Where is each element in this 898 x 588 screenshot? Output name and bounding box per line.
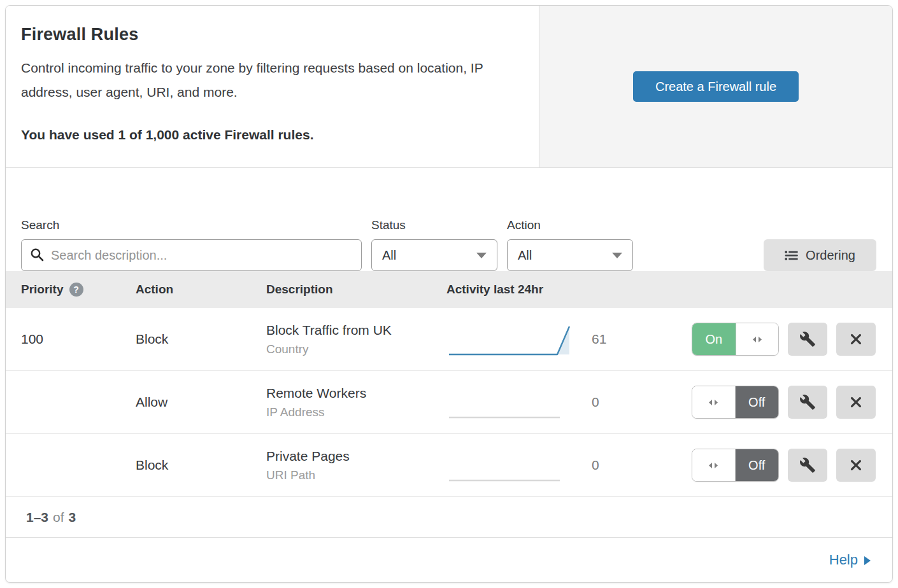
left-right-arrows-icon xyxy=(751,335,764,344)
pagination-total: 3 xyxy=(69,510,76,525)
rule-enabled-toggle[interactable]: Off xyxy=(692,449,779,482)
rule-controls: Off xyxy=(631,386,876,419)
firewall-rules-card: Firewall Rules Control incoming traffic … xyxy=(5,5,893,583)
delete-rule-button[interactable] xyxy=(836,386,876,419)
activity-sparkline xyxy=(446,447,574,483)
action-select[interactable]: All xyxy=(507,239,633,271)
rule-enabled-toggle[interactable]: Off xyxy=(692,386,779,419)
left-right-arrows-icon xyxy=(707,398,720,407)
description-header-label: Description xyxy=(266,283,333,297)
table-row: 100 Block Block Traffic from UK Country … xyxy=(6,308,892,371)
left-right-arrows-icon xyxy=(707,461,720,470)
search-icon xyxy=(30,248,45,262)
close-icon xyxy=(849,332,863,346)
search-field-group: Search xyxy=(21,218,362,271)
status-selected-value: All xyxy=(382,248,396,263)
rule-description-cell: Private Pages URI Path xyxy=(266,449,446,482)
search-input[interactable] xyxy=(21,239,362,271)
help-bar: Help xyxy=(6,538,892,582)
rule-controls: On xyxy=(631,323,876,356)
edit-rule-button[interactable] xyxy=(788,449,827,482)
usage-note: You have used 1 of 1,000 active Firewall… xyxy=(21,127,520,143)
page-header: Firewall Rules Control incoming traffic … xyxy=(6,6,892,168)
close-icon xyxy=(849,458,863,472)
ordering-button[interactable]: Ordering xyxy=(764,239,876,271)
column-header-description: Description xyxy=(266,283,446,297)
firewall-rules-page: Firewall Rules Control incoming traffic … xyxy=(0,0,898,588)
rule-action: Block xyxy=(136,332,266,347)
action-selected-value: All xyxy=(518,248,532,263)
column-header-priority: Priority ? xyxy=(21,283,136,297)
page-header-text: Firewall Rules Control incoming traffic … xyxy=(6,6,539,167)
pagination-of-label: of xyxy=(53,510,64,525)
rule-type: Country xyxy=(266,342,446,356)
page-description: Control incoming traffic to your zone by… xyxy=(21,56,505,104)
ordering-list-icon xyxy=(785,250,798,261)
rule-priority: 100 xyxy=(21,332,136,347)
activity-header-label: Activity last 24hr xyxy=(446,283,543,297)
priority-help-icon[interactable]: ? xyxy=(69,283,83,297)
rule-description-cell: Block Traffic from UK Country xyxy=(266,323,446,356)
help-arrow-icon xyxy=(864,556,871,565)
rule-description: Block Traffic from UK xyxy=(266,323,446,338)
activity-count: 0 xyxy=(574,395,631,410)
close-icon xyxy=(849,395,863,409)
toggle-state-label: Off xyxy=(736,386,779,418)
rule-enabled-toggle[interactable]: On xyxy=(692,323,779,356)
chevron-down-icon xyxy=(612,253,622,258)
wrench-icon xyxy=(799,394,816,410)
action-label: Action xyxy=(507,218,633,232)
table-row: Block Private Pages URI Path 0 Off xyxy=(6,434,892,497)
table-header-row: Priority ? Action Description Activity l… xyxy=(6,271,892,308)
wrench-icon xyxy=(799,457,816,473)
rule-description: Remote Workers xyxy=(266,386,446,401)
status-select[interactable]: All xyxy=(371,239,497,271)
column-header-activity: Activity last 24hr xyxy=(446,283,574,297)
create-firewall-rule-button[interactable]: Create a Firewall rule xyxy=(633,71,799,102)
delete-rule-button[interactable] xyxy=(836,449,876,482)
ordering-button-label: Ordering xyxy=(806,248,855,263)
activity-sparkline xyxy=(446,321,574,357)
action-field-group: Action All xyxy=(507,218,633,271)
delete-rule-button[interactable] xyxy=(836,323,876,356)
help-link[interactable]: Help xyxy=(829,552,871,568)
toggle-handle xyxy=(692,449,736,481)
status-field-group: Status All xyxy=(371,218,497,271)
search-input-wrap xyxy=(21,239,362,271)
page-title: Firewall Rules xyxy=(21,25,520,45)
status-label: Status xyxy=(371,218,497,232)
wrench-icon xyxy=(799,331,816,347)
toggle-state-label: Off xyxy=(736,449,779,481)
rule-action: Allow xyxy=(136,395,266,410)
rule-type: URI Path xyxy=(266,468,446,482)
activity-count: 0 xyxy=(574,458,631,473)
toggle-handle xyxy=(692,386,736,418)
toggle-handle xyxy=(736,323,779,355)
rule-controls: Off xyxy=(631,449,876,482)
table-row: Allow Remote Workers IP Address 0 Off xyxy=(6,371,892,434)
rule-description-cell: Remote Workers IP Address xyxy=(266,386,446,419)
priority-header-label: Priority xyxy=(21,283,64,297)
search-label: Search xyxy=(21,218,362,232)
page-header-action-panel: Create a Firewall rule xyxy=(539,6,892,167)
activity-sparkline xyxy=(446,384,574,420)
activity-count: 61 xyxy=(574,332,631,347)
filter-bar: Search Status All Action xyxy=(6,168,892,271)
edit-rule-button[interactable] xyxy=(788,386,827,419)
action-header-label: Action xyxy=(136,283,173,297)
pagination-bar: 1–3 of 3 xyxy=(6,497,892,538)
edit-rule-button[interactable] xyxy=(788,323,827,356)
rule-action: Block xyxy=(136,458,266,473)
rule-type: IP Address xyxy=(266,405,446,419)
chevron-down-icon xyxy=(476,253,487,258)
toggle-state-label: On xyxy=(692,323,736,355)
rule-description: Private Pages xyxy=(266,449,446,464)
column-header-action: Action xyxy=(136,283,266,297)
pagination-range: 1–3 xyxy=(26,510,48,525)
help-link-label: Help xyxy=(829,552,858,568)
